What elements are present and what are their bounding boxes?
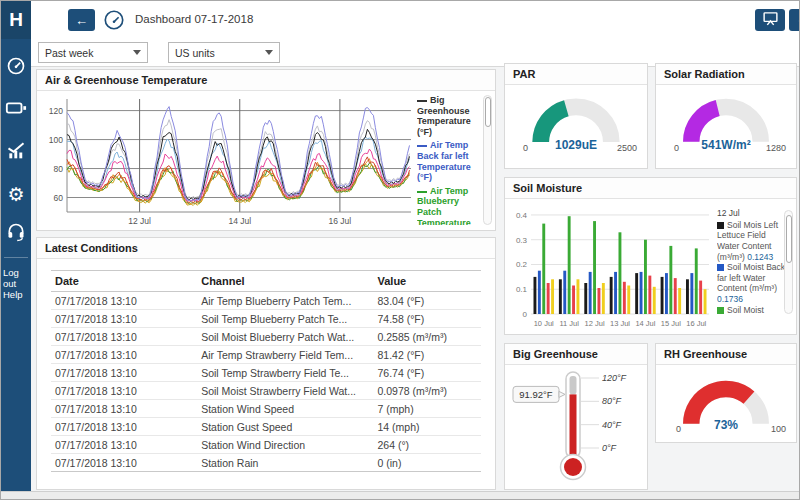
temperature-panel: Air & Greenhouse Temperature 60801001201… <box>36 69 496 231</box>
table-row: 07/17/2018 13:10Station Wind Direction26… <box>51 436 481 454</box>
panel-title: PAR <box>505 64 647 85</box>
panel-title: RH Greenhouse <box>656 344 796 365</box>
rh-greenhouse-panel: RH Greenhouse 73% 0 100 <box>655 343 797 443</box>
latest-conditions-panel: Latest Conditions Date Channel Value 07/… <box>36 237 496 490</box>
svg-text:13 Jul: 13 Jul <box>610 319 630 328</box>
scrollbar-thumb[interactable] <box>485 97 491 127</box>
table-row: 07/17/2018 13:10Soil Temp Blueberry Patc… <box>51 310 481 328</box>
back-button[interactable]: ← <box>68 9 95 31</box>
wrench-icon <box>795 11 800 30</box>
temperature-legend: Big Greenhouse Temperature (°F)Air Temp … <box>417 95 483 225</box>
table-row: 07/17/2018 13:10Station Wind Speed7 (mph… <box>51 400 481 418</box>
time-range-select[interactable]: Past week <box>38 42 148 63</box>
sidebar-divider <box>4 257 28 258</box>
temperature-line-chart[interactable]: 608010012012 Jul14 Jul16 Jul <box>41 94 413 228</box>
app-logo: H <box>1 1 31 39</box>
time-range-value: Past week <box>45 47 93 59</box>
sidebar-item-dashboard[interactable] <box>1 56 31 80</box>
column-header-date[interactable]: Date <box>51 271 197 292</box>
gauge-max-label: 100 <box>771 424 786 434</box>
support-headset-icon <box>6 222 26 246</box>
svg-text:11 Jul: 11 Jul <box>559 319 579 328</box>
chevron-down-icon <box>265 50 273 55</box>
soil-moisture-bar-chart[interactable]: 00.10.20.30.410 Jul11 Jul12 Jul13 Jul14 … <box>509 204 711 332</box>
table-row: 07/17/2018 13:10Soil Moist Blueberry Pat… <box>51 328 481 346</box>
rh-greenhouse-gauge[interactable]: 73% 0 100 <box>662 368 790 440</box>
series-swatch <box>717 264 724 271</box>
chevron-down-icon <box>133 50 141 55</box>
device-battery-icon <box>5 98 27 122</box>
table-header-row: Date Channel Value <box>51 271 481 292</box>
svg-text:16 Jul: 16 Jul <box>329 216 352 226</box>
top-bar: ← Dashboard 07-17-2018 <box>31 1 799 39</box>
svg-text:10 Jul: 10 Jul <box>534 319 554 328</box>
big-greenhouse-panel: Big Greenhouse 120°F80°F40°F0°F91.92°F <box>504 343 648 490</box>
svg-text:100: 100 <box>49 135 63 145</box>
column-header-value[interactable]: Value <box>373 271 481 292</box>
svg-text:12 Jul: 12 Jul <box>585 319 605 328</box>
svg-text:14 Jul: 14 Jul <box>635 319 655 328</box>
svg-text:120: 120 <box>49 106 63 116</box>
svg-text:0.3: 0.3 <box>516 236 528 245</box>
svg-text:91.92°F: 91.92°F <box>519 389 553 400</box>
column-header-channel[interactable]: Channel <box>197 271 373 292</box>
logout-link[interactable]: Log out <box>3 267 31 289</box>
legend-entry[interactable]: Air Temp Blueberry Patch Temperature (°F… <box>417 186 483 225</box>
tooltip-scrollbar[interactable] <box>784 210 793 314</box>
table-row: 07/17/2018 13:10Air Temp Strawberry Fiel… <box>51 346 481 364</box>
svg-text:60: 60 <box>54 193 64 203</box>
gauge-min-label: 0 <box>674 143 679 153</box>
units-value: US units <box>175 47 215 59</box>
presentation-button[interactable] <box>755 9 785 31</box>
help-link[interactable]: Help <box>3 289 31 300</box>
sidebar-item-settings[interactable]: ⚙ <box>1 182 31 206</box>
window-bottom-edge <box>1 491 799 499</box>
table-row: 07/17/2018 13:10Station Rain0 (in) <box>51 454 481 472</box>
big-greenhouse-thermometer[interactable]: 120°F80°F40°F0°F91.92°F <box>507 366 647 489</box>
presentation-screen-icon <box>762 10 779 31</box>
page-title: Dashboard 07-17-2018 <box>135 13 253 25</box>
par-gauge[interactable]: 1029uE 0 2500 <box>511 88 641 166</box>
svg-text:0: 0 <box>523 310 528 319</box>
legend-entry[interactable]: Air Temp Back far left Temperature (°F) <box>417 140 483 182</box>
conditions-table: Date Channel Value 07/17/2018 13:10Air T… <box>51 270 481 472</box>
sidebar-item-channels[interactable] <box>1 140 31 164</box>
legend-swatch <box>417 145 427 147</box>
scrollbar-thumb[interactable] <box>786 215 792 263</box>
tooltip-date: 12 Jul <box>717 208 787 219</box>
svg-text:80: 80 <box>54 164 64 174</box>
legend-scrollbar[interactable] <box>483 95 492 225</box>
svg-text:0°F: 0°F <box>602 443 617 453</box>
latest-conditions-body: 07/17/2018 13:10Air Temp Blueberry Patch… <box>51 292 481 472</box>
sidebar-item-devices[interactable] <box>1 98 31 122</box>
svg-text:120°F: 120°F <box>602 373 627 383</box>
dashboard-page-icon <box>103 9 125 31</box>
gauge-min-label: 0 <box>523 143 528 153</box>
svg-text:0.4: 0.4 <box>516 211 528 220</box>
arrow-left-icon: ← <box>75 13 88 28</box>
gauge-max-label: 2500 <box>617 143 637 153</box>
panel-title: Latest Conditions <box>37 238 495 259</box>
table-row: 07/17/2018 13:10Soil Temp Strawberry Fie… <box>51 364 481 382</box>
panel-title: Big Greenhouse <box>505 344 647 365</box>
table-row: 07/17/2018 13:10Air Temp Blueberry Patch… <box>51 292 481 310</box>
dashboard-gauge-icon <box>6 56 26 80</box>
tooltip-entry: Soil Moist <box>717 305 787 316</box>
panel-title: Soil Moisture <box>505 178 796 199</box>
sidebar-item-support[interactable] <box>1 222 31 246</box>
settings-gear-icon: ⚙ <box>7 185 24 204</box>
app-window: H ⚙ Log out Help ← <box>0 0 800 500</box>
tooltip-entry: Soil Mois Left Lettuce Field Water Conte… <box>717 220 787 263</box>
tools-menu-button[interactable] <box>789 9 800 31</box>
table-row: 07/17/2018 13:10Station Gust Speed14 (mp… <box>51 418 481 436</box>
svg-text:80°F: 80°F <box>602 396 622 406</box>
solar-radiation-gauge[interactable]: 541W/m² 0 1280 <box>662 88 790 166</box>
svg-text:0.2: 0.2 <box>516 260 528 269</box>
svg-text:14 Jul: 14 Jul <box>228 216 251 226</box>
soil-moisture-panel: Soil Moisture 00.10.20.30.410 Jul11 Jul1… <box>504 177 797 335</box>
panel-title: Solar Radiation <box>656 64 796 85</box>
legend-entry[interactable]: Big Greenhouse Temperature (°F) <box>417 95 483 137</box>
solar-radiation-panel: Solar Radiation 541W/m² 0 1280 <box>655 63 797 169</box>
legend-swatch <box>417 100 427 102</box>
units-select[interactable]: US units <box>168 42 280 63</box>
